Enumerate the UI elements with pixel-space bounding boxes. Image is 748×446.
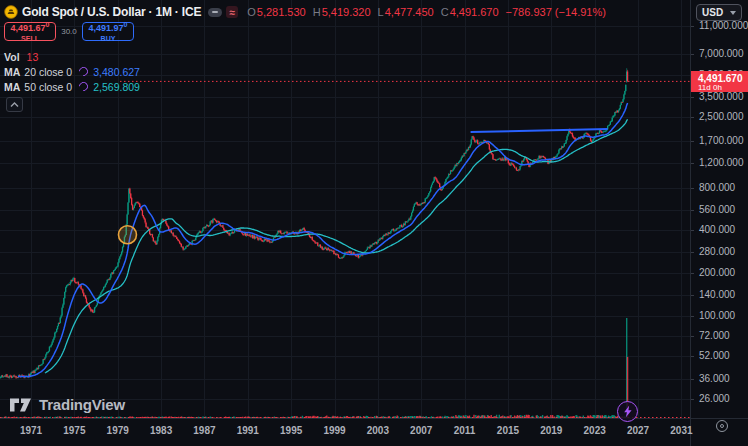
time-tick-label: 1983	[144, 425, 178, 436]
price-tick-label: 36.000	[699, 373, 730, 384]
time-tick-label: 2019	[534, 425, 568, 436]
close-value: 4,491.670	[450, 6, 499, 18]
delayed-data-icon[interactable]: ≈	[226, 6, 238, 18]
ma20-legend-row[interactable]: MA 20 close 0 3,480.627	[4, 64, 140, 79]
low-value: 4,477.450	[385, 6, 434, 18]
price-tick-label: 100.000	[699, 310, 735, 321]
lightning-marker-button[interactable]	[617, 401, 638, 422]
bar-countdown: 11d 0h	[698, 84, 748, 93]
time-tick-label: 2007	[404, 425, 438, 436]
time-tick-label: 1971	[14, 425, 48, 436]
time-tick-label: 1999	[318, 425, 352, 436]
ma20-params: 20 close 0	[24, 66, 72, 78]
high-value: 5,419.320	[322, 6, 371, 18]
indicator-legend: Vol 13 MA 20 close 0 3,480.627 MA 50 clo…	[4, 49, 140, 94]
time-axis[interactable]: 1971197519791983198719911995199920032007…	[0, 419, 748, 446]
trade-panel: 4,491.670 SELL 30.0 4,491.970 BUY	[4, 22, 134, 41]
time-tick-label: 2027	[621, 425, 655, 436]
tradingview-logo-text: TradingView	[39, 396, 125, 413]
buy-label: BUY	[101, 35, 116, 42]
close-label: C	[441, 6, 449, 18]
low-label: L	[378, 6, 384, 18]
time-tick-label: 1987	[187, 425, 221, 436]
time-tick-label: 2015	[491, 425, 525, 436]
price-tick-label: 7,000.000	[699, 48, 744, 59]
chart-header: Gold Spot / U.S. Dollar · 1M · ICE ≈ O 5…	[4, 3, 606, 21]
currency-selector-button[interactable]: USD	[696, 4, 742, 21]
open-value: 5,281.530	[257, 6, 306, 18]
buy-button[interactable]: 4,491.970 BUY	[82, 22, 134, 41]
tradingview-chart-window: 4,491.670 11d 0h 11,000.0007,000.0005,00…	[0, 0, 748, 446]
chevron-down-icon	[730, 11, 736, 15]
loading-spinner-icon	[77, 80, 90, 93]
price-tick-label: 200.000	[699, 267, 735, 278]
price-tick-label: 2,500.000	[699, 111, 744, 122]
ohlc-readout: O 5,281.530 H 5,419.320 L 4,477.450 C 4,…	[247, 6, 606, 18]
price-tick-label: 26.000	[699, 393, 730, 404]
ma50-legend-row[interactable]: MA 50 close 0 2,569.809	[4, 79, 140, 94]
time-tick-label: 2003	[361, 425, 395, 436]
price-tick-label: 560.000	[699, 204, 735, 215]
ma50-params: 50 close 0	[24, 81, 72, 93]
price-tick-label: 280.000	[699, 246, 735, 257]
ma20-label: MA	[4, 66, 20, 78]
time-tick-label: 2011	[448, 425, 482, 436]
last-price-badge: 4,491.670 11d 0h	[691, 71, 748, 92]
time-tick-label: 1979	[101, 425, 135, 436]
time-tick-label: 1975	[57, 425, 91, 436]
time-tick-label: 2023	[578, 425, 612, 436]
ma50-value: 2,569.809	[93, 81, 140, 93]
tradingview-logo[interactable]: TradingView	[10, 396, 125, 413]
price-tick-label: 11,000.000	[699, 20, 748, 31]
high-label: H	[313, 6, 321, 18]
lightning-bolt-icon	[623, 405, 633, 418]
currency-label: USD	[702, 7, 723, 18]
price-tick-label: 52.000	[699, 350, 730, 361]
change-value: −786.937 (−14.91%)	[506, 6, 606, 18]
time-tick-label: 1991	[231, 425, 265, 436]
price-tick-label: 800.000	[699, 182, 735, 193]
sell-price-sup: 0	[46, 21, 50, 28]
price-tick-label: 1,200.000	[699, 157, 744, 168]
sell-button[interactable]: 4,491.670 SELL	[4, 22, 56, 41]
gold-coin-icon	[4, 5, 18, 19]
price-axis[interactable]: 4,491.670 11d 0h 11,000.0007,000.0005,00…	[691, 0, 748, 418]
axis-settings-icon[interactable]	[716, 420, 728, 432]
tradingview-logo-icon	[10, 397, 33, 413]
buy-price: 4,491.97	[89, 23, 124, 33]
time-tick-label: 2031	[664, 425, 698, 436]
loading-spinner-icon	[77, 65, 90, 78]
buy-price-sup: 0	[124, 21, 128, 28]
price-tick-label: 1,700.000	[699, 135, 744, 146]
sell-label: SELL	[21, 35, 39, 42]
sell-price: 4,491.67	[11, 23, 46, 33]
price-tick-label: 400.000	[699, 224, 735, 235]
price-tick-label: 3,500.000	[699, 91, 744, 102]
spread-value: 30.0	[56, 27, 82, 36]
collapse-legend-button[interactable]	[6, 97, 23, 112]
ma50-label: MA	[4, 81, 20, 93]
volume-value: 13	[27, 51, 39, 63]
ma20-value: 3,480.627	[93, 66, 140, 78]
time-tick-label: 1995	[274, 425, 308, 436]
price-tick-label: 140.000	[699, 289, 735, 300]
market-closed-icon[interactable]	[208, 8, 222, 17]
open-label: O	[247, 6, 256, 18]
volume-legend-row[interactable]: Vol 13	[4, 49, 140, 64]
symbol-title[interactable]: Gold Spot / U.S. Dollar · 1M · ICE	[22, 5, 201, 19]
price-tick-label: 72.000	[699, 330, 730, 341]
volume-label: Vol	[4, 51, 20, 63]
chevron-up-icon	[10, 102, 19, 108]
last-price-value: 4,491.670	[698, 73, 748, 84]
